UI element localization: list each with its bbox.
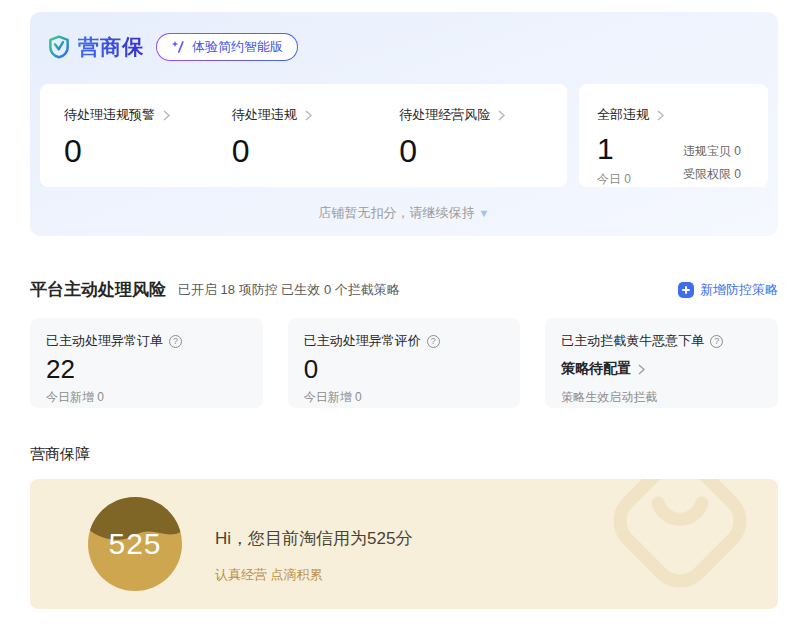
shield-check-icon bbox=[46, 34, 72, 60]
platform-risk-section: 平台主动处理风险 已开启 18 项防控 已生效 0 个拦截策略 新增防控策略 已… bbox=[30, 278, 778, 408]
logo: 营商保 bbox=[46, 33, 144, 61]
credit-score-banner[interactable]: 525 Hi，您目前淘信用为525分 认真经营 点滴积累 bbox=[30, 479, 778, 609]
risk-section-header: 平台主动处理风险 已开启 18 项防控 已生效 0 个拦截策略 新增防控策略 bbox=[30, 278, 778, 301]
help-icon[interactable]: ? bbox=[169, 335, 182, 348]
chevron-right-icon bbox=[637, 363, 646, 376]
all-violations-link[interactable]: 全部违规 bbox=[597, 106, 754, 124]
stat-label: 待处理违规 bbox=[232, 106, 297, 124]
guarantee-section-title: 营商保障 bbox=[30, 445, 778, 464]
credit-greeting: Hi，您目前淘信用为525分 bbox=[215, 527, 412, 550]
card-sub: 今日新增 0 bbox=[304, 389, 505, 406]
restricted-rights-count: 受限权限 0 bbox=[683, 163, 741, 186]
try-smart-version-label: 体验简约智能版 bbox=[192, 38, 283, 56]
no-deduction-note: 店铺暂无扣分，请继续保持 bbox=[319, 205, 475, 220]
card-label: 已主动处理异常评价 bbox=[304, 332, 421, 350]
add-control-strategy-button[interactable]: 新增防控策略 bbox=[678, 281, 778, 299]
all-violations-body: 1 今日 0 违规宝贝 0 受限权限 0 bbox=[597, 124, 754, 188]
business-protection-page: 营商保 体验简约智能版 待处理违规预 bbox=[0, 12, 795, 625]
risk-section-subtitle: 已开启 18 项防控 已生效 0 个拦截策略 bbox=[178, 281, 400, 299]
add-control-strategy-label: 新增防控策略 bbox=[700, 281, 778, 299]
card-sub: 策略生效启动拦截 bbox=[561, 389, 762, 406]
pending-stats-card: 待处理违规预警 0 待处理违规 0 bbox=[40, 84, 567, 187]
credit-banner-text: Hi，您目前淘信用为525分 认真经营 点滴积累 bbox=[215, 527, 412, 584]
stat-value: 0 bbox=[232, 134, 400, 169]
stat-label: 待处理违规预警 bbox=[64, 106, 155, 124]
try-smart-version-button[interactable]: 体验简约智能版 bbox=[156, 33, 298, 61]
business-guarantee-section: 营商保障 525 Hi，您目前淘信用为525分 认真经营 点滴积累 bbox=[30, 445, 778, 609]
stat-label: 待处理经营风险 bbox=[399, 106, 490, 124]
credit-motto: 认真经营 点滴积累 bbox=[215, 566, 412, 584]
all-violations-label: 全部违规 bbox=[597, 106, 649, 124]
card-value: 0 bbox=[304, 355, 505, 384]
credit-score-value: 525 bbox=[88, 497, 182, 591]
card-label: 已主动处理异常订单 bbox=[46, 332, 163, 350]
risk-section-title: 平台主动处理风险 bbox=[30, 278, 166, 301]
all-violations-today: 今日 0 bbox=[597, 171, 683, 188]
violation-goods-count: 违规宝贝 0 bbox=[683, 140, 741, 163]
card-sub: 今日新增 0 bbox=[46, 389, 247, 406]
card-value: 22 bbox=[46, 355, 247, 384]
stat-pending-violation[interactable]: 待处理违规 0 bbox=[232, 106, 400, 187]
stat-value: 0 bbox=[399, 134, 567, 169]
all-violations-card: 全部违规 1 今日 0 违规宝贝 0 受限权限 0 bbox=[579, 84, 768, 187]
abnormal-orders-card: 已主动处理异常订单 ? 22 今日新增 0 bbox=[30, 318, 263, 408]
all-violations-value: 1 bbox=[597, 132, 683, 165]
stat-pending-business-risk[interactable]: 待处理经营风险 0 bbox=[399, 106, 567, 187]
triangle-down-icon: ▼ bbox=[479, 207, 490, 219]
logo-text: 营商保 bbox=[78, 33, 144, 61]
strategy-configure-label: 策略待配置 bbox=[561, 360, 631, 378]
risk-cards-row: 已主动处理异常订单 ? 22 今日新增 0 已主动处理异常评价 ? 0 今日新增… bbox=[30, 318, 778, 408]
card-label: 已主动拦截黄牛恶意下单 bbox=[561, 332, 704, 350]
credit-score-badge: 525 bbox=[88, 497, 182, 591]
help-icon[interactable]: ? bbox=[710, 335, 723, 348]
tag-smile-watermark-icon bbox=[600, 479, 760, 609]
stats-row: 待处理违规预警 0 待处理违规 0 bbox=[40, 84, 768, 187]
no-deduction-note-toggle[interactable]: 店铺暂无扣分，请继续保持▼ bbox=[40, 204, 768, 222]
stat-pending-violation-warning[interactable]: 待处理违规预警 0 bbox=[64, 106, 232, 187]
sparkle-icon bbox=[171, 40, 186, 54]
chevron-right-icon bbox=[497, 109, 506, 122]
plus-icon bbox=[678, 282, 694, 298]
stat-value: 0 bbox=[64, 134, 232, 169]
strategy-configure-link[interactable]: 策略待配置 bbox=[561, 360, 762, 378]
scalper-block-card: 已主动拦截黄牛恶意下单 ? 策略待配置 策略生效启动拦截 bbox=[545, 318, 778, 408]
chevron-right-icon bbox=[656, 109, 665, 122]
chevron-right-icon bbox=[304, 109, 313, 122]
abnormal-reviews-card: 已主动处理异常评价 ? 0 今日新增 0 bbox=[288, 318, 521, 408]
panel-header: 营商保 体验简约智能版 bbox=[40, 32, 768, 62]
business-protection-panel: 营商保 体验简约智能版 待处理违规预 bbox=[30, 12, 778, 236]
chevron-right-icon bbox=[162, 109, 171, 122]
help-icon[interactable]: ? bbox=[427, 335, 440, 348]
